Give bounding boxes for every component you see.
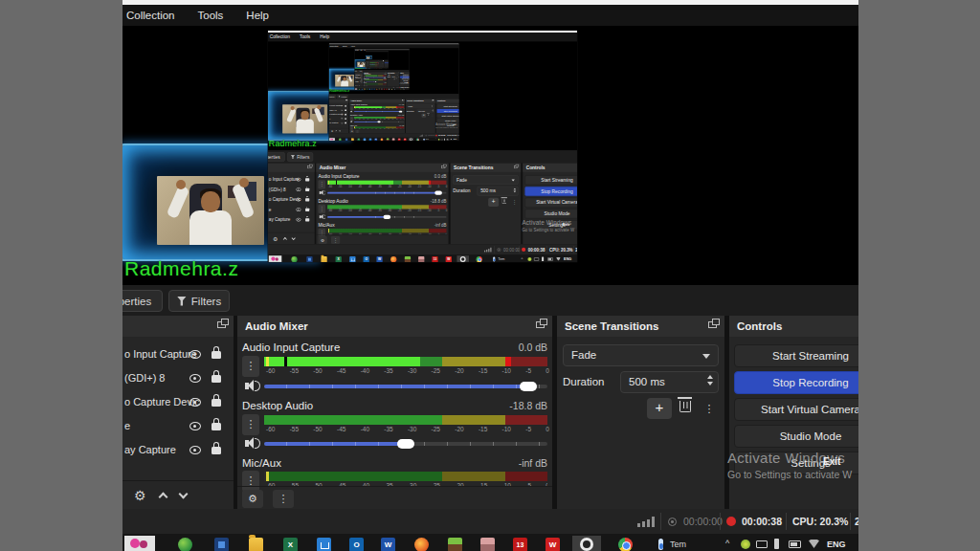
source-row-capture-device[interactable]: o Capture Devic — [122, 390, 234, 414]
menu-tools[interactable]: Tools — [343, 45, 347, 47]
popout-dock-icon[interactable] — [708, 321, 717, 328]
tray-language-label[interactable]: ENG — [407, 89, 408, 90]
microsoft-store-icon[interactable] — [369, 89, 370, 90]
visibility-eye-icon[interactable] — [341, 114, 343, 116]
slider-handle[interactable] — [520, 382, 537, 391]
visibility-eye-icon[interactable] — [189, 446, 201, 454]
remove-transition-trash-icon[interactable] — [501, 199, 506, 204]
taskbar-app-green-icon[interactable] — [178, 538, 192, 551]
lock-icon[interactable] — [345, 110, 346, 111]
taskbar-app-blue-icon[interactable] — [214, 538, 229, 551]
properties-button[interactable]: Properties — [122, 290, 163, 312]
controls-header[interactable]: Controls — [436, 99, 459, 103]
volume-slider[interactable] — [327, 189, 446, 196]
scene-transitions-header[interactable]: Scene Transitions — [387, 73, 399, 75]
lock-icon[interactable] — [345, 114, 346, 115]
red-13-app-icon[interactable]: 13 — [432, 256, 437, 262]
webcam-source-electric-frame[interactable] — [329, 69, 364, 90]
transition-select[interactable]: Fade — [388, 75, 399, 77]
studio-mode-button[interactable]: Studio Mode — [524, 209, 577, 218]
channel-menu-dots[interactable]: ⋮ — [369, 66, 370, 67]
popout-dock-icon[interactable] — [402, 100, 404, 101]
studio-mode-button[interactable]: Studio Mode — [400, 80, 410, 82]
visibility-eye-icon[interactable] — [341, 122, 343, 124]
source-row-display-capture[interactable]: ay Capture — [122, 438, 234, 462]
mute-speaker-icon[interactable] — [350, 121, 353, 123]
red-13-app-icon[interactable]: 13 — [398, 139, 401, 141]
start-virtual-camera-button[interactable]: Start Virtual Camera — [437, 114, 459, 118]
file-explorer-icon[interactable] — [364, 89, 365, 90]
exit-button[interactable]: Exit — [407, 82, 408, 83]
file-explorer-icon[interactable] — [249, 538, 263, 551]
webcam-source-electric-frame[interactable] — [122, 143, 320, 261]
word-icon[interactable]: W — [374, 89, 375, 90]
firefox-icon[interactable] — [414, 538, 429, 551]
text-overlay-radmehra[interactable]: Radmehra.z — [366, 59, 369, 60]
source-row-text-gdi[interactable]: (GDI+) 8 — [366, 62, 369, 63]
popout-dock-icon[interactable] — [398, 73, 399, 74]
pink-cube-app-icon[interactable] — [381, 89, 382, 90]
webcam-source-electric-frame[interactable] — [355, 59, 369, 68]
spin-up-icon[interactable] — [433, 110, 434, 111]
visibility-eye-icon[interactable] — [360, 80, 361, 81]
controls-header[interactable]: Controls — [729, 316, 858, 337]
source-row-audio-input[interactable]: o Input Capture — [329, 104, 348, 108]
text-overlay-radmehra[interactable]: Radmehra.z — [355, 68, 364, 70]
audio-mixer-header[interactable]: Audio Mixer — [316, 164, 448, 172]
studio-mode-button[interactable]: Studio Mode — [385, 64, 389, 65]
mixer-menu-dots[interactable]: ⋮ — [366, 85, 368, 86]
tray-language-label[interactable]: ENG — [454, 139, 457, 141]
stop-recording-button[interactable]: Stop Recording — [400, 77, 410, 78]
stop-recording-button[interactable]: Stop Recording — [734, 371, 858, 394]
visibility-eye-icon[interactable] — [360, 82, 361, 83]
tray-monitor-icon[interactable] — [534, 257, 539, 260]
temperature-widget-label[interactable]: Tem — [426, 139, 429, 141]
taskbar-app-pink-icon[interactable] — [329, 138, 335, 141]
source-properties-gear-icon[interactable]: ⚙ — [356, 85, 357, 86]
start-virtual-camera-button[interactable]: Start Virtual Camera — [734, 398, 858, 421]
minecraft-icon[interactable] — [379, 89, 380, 90]
transition-select[interactable]: Fade — [407, 104, 434, 108]
spin-arrows[interactable] — [707, 375, 713, 386]
audio-mixer-header[interactable]: Audio Mixer — [349, 99, 405, 103]
settings-button[interactable]: Settings — [437, 123, 459, 127]
pink-cube-app-icon[interactable] — [418, 256, 424, 262]
start-streaming-button[interactable]: Start Streaming — [400, 75, 410, 77]
source-row-e[interactable]: e — [122, 414, 234, 438]
thermometer-icon[interactable] — [658, 539, 663, 550]
lock-icon[interactable] — [362, 80, 363, 81]
tray-usb-icon[interactable] — [774, 539, 779, 549]
text-overlay-radmehra[interactable]: Radmehra.z — [329, 89, 349, 93]
outlook-icon[interactable]: O — [369, 139, 372, 141]
source-properties-gear-icon[interactable]: ⚙ — [134, 489, 146, 502]
audio-mixer-header[interactable]: Audio Mixer — [237, 316, 552, 337]
lock-icon[interactable] — [212, 423, 221, 430]
settings-button[interactable]: Settings — [400, 82, 410, 84]
tray-green-dot-icon[interactable] — [741, 540, 750, 549]
source-row-e[interactable]: e — [329, 117, 348, 121]
source-row-audio-input[interactable]: o Input Capture — [122, 342, 234, 366]
popout-dock-icon[interactable] — [386, 73, 387, 74]
tray-expand-chevron[interactable]: ^ — [435, 139, 436, 141]
popout-dock-icon[interactable] — [514, 165, 518, 168]
temperature-widget-label[interactable]: Tem — [670, 540, 686, 549]
spin-arrows[interactable] — [433, 110, 434, 112]
channel-menu-dots[interactable]: ⋮ — [242, 414, 259, 435]
slider-handle[interactable] — [375, 81, 376, 82]
file-explorer-icon[interactable] — [321, 256, 326, 262]
properties-button[interactable]: Properties — [355, 71, 358, 73]
excel-icon[interactable]: X — [283, 538, 298, 551]
controls-header[interactable]: Controls — [400, 73, 410, 75]
slider-handle[interactable] — [399, 111, 402, 113]
lock-icon[interactable] — [212, 375, 221, 383]
tray-usb-icon[interactable] — [444, 139, 445, 141]
menu-collection[interactable]: Collection — [355, 50, 359, 51]
spin-arrows[interactable] — [514, 188, 517, 193]
remove-transition-trash-icon[interactable] — [396, 78, 397, 79]
volume-slider[interactable] — [264, 379, 547, 394]
channel-menu-dots[interactable]: ⋮ — [369, 62, 370, 63]
advanced-audio-gear-icon[interactable]: ⚙ — [364, 85, 366, 86]
microsoft-store-icon[interactable] — [317, 538, 331, 551]
duration-spinbox[interactable]: 500 ms — [391, 77, 399, 78]
chrome-icon[interactable] — [391, 89, 392, 90]
